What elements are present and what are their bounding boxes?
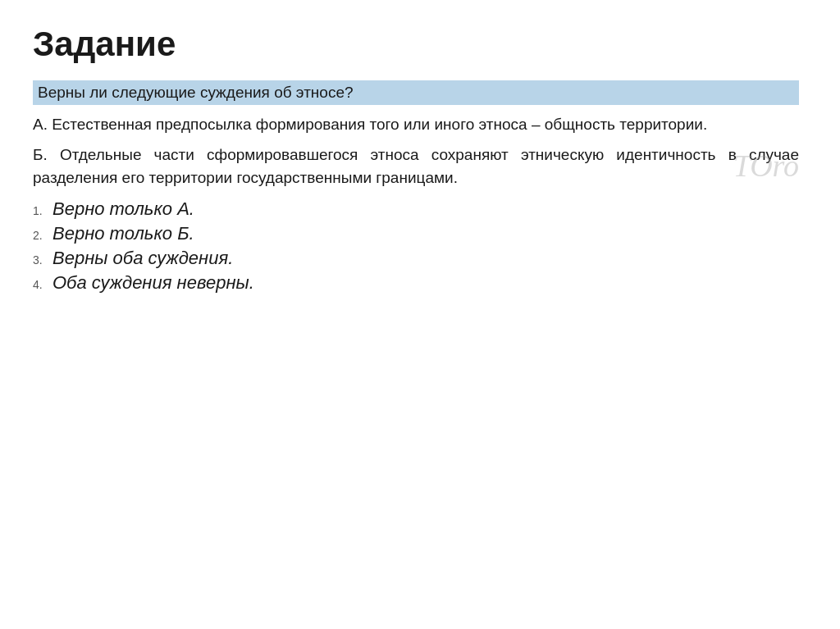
answer-item: 3.Верны оба суждения. [33, 248, 799, 269]
answer-number: 1. [33, 205, 49, 217]
answer-list: 1.Верно только А.2.Верно только Б.3.Верн… [33, 198, 799, 294]
answer-text: Верно только Б. [52, 223, 194, 244]
answer-item: 4.Оба суждения неверны. [33, 272, 799, 294]
answer-item: 2.Верно только Б. [33, 223, 799, 244]
answer-item: 1.Верно только А. [33, 198, 799, 220]
question-highlight: Верны ли следующие суждения об этносе? [33, 80, 799, 105]
page-title: Задание [33, 25, 799, 64]
answer-number: 4. [33, 279, 49, 290]
answer-text: Оба суждения неверны. [52, 272, 254, 294]
answer-text: Верно только А. [52, 198, 194, 220]
answer-number: 2. [33, 230, 49, 241]
answer-number: 3. [33, 254, 49, 266]
statement-a: А. Естественная предпосылка формирования… [33, 113, 799, 137]
statement-b: Б. Отдельные части сформировавшегося этн… [33, 144, 799, 190]
answer-text: Верны оба суждения. [52, 248, 233, 269]
